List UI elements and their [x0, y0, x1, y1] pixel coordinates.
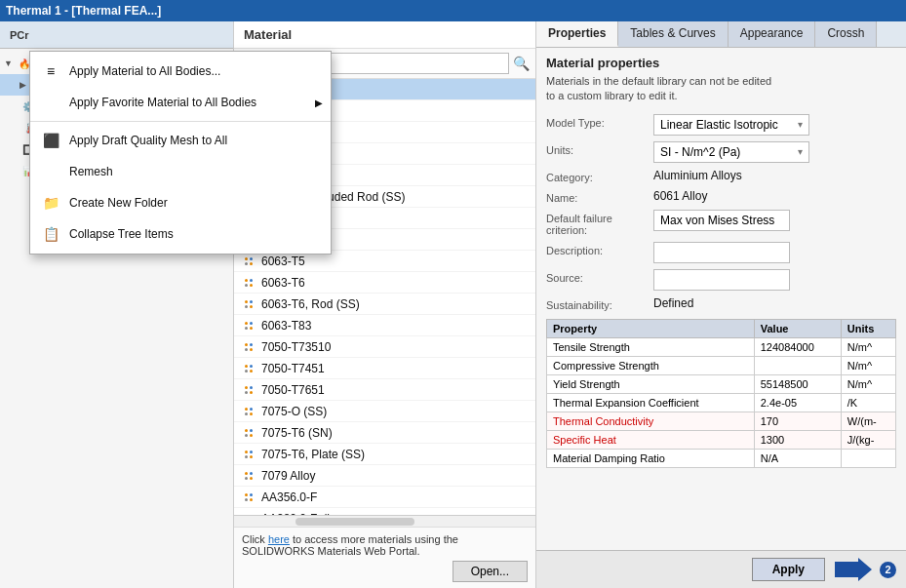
menu-apply-draft[interactable]: ⬛ Apply Draft Quality Mesh to All	[30, 125, 331, 156]
mat-item-aa380[interactable]: AA380.0-F die...	[234, 508, 535, 515]
table-row-specific-heat: Specific Heat 1300 J/(kg-	[547, 430, 896, 449]
prop-thermal-exp-label: Thermal Expansion Coefficient	[547, 393, 755, 412]
mat-item-aa356[interactable]: AA356.0-F	[234, 487, 535, 508]
open-button[interactable]: Open...	[453, 561, 528, 582]
props-value-sustainability: Defined	[653, 296, 896, 310]
prop-thermal-exp-units: /K	[841, 393, 895, 412]
props-row-sustainability: Sustainability: Defined	[546, 296, 896, 311]
col-header-property: Property	[547, 319, 755, 337]
props-note: Materials in the default library can not…	[546, 74, 896, 104]
material-panel-title: Material	[234, 21, 535, 49]
mat-item-7050-t7451[interactable]: 7050-T7451	[234, 358, 535, 379]
props-value-units[interactable]: SI - N/m^2 (Pa)	[653, 141, 809, 163]
apply-material-icon: ≡	[40, 60, 61, 82]
table-row-compressive: Compressive Strength N/m^	[547, 356, 896, 374]
props-value-description[interactable]	[653, 242, 790, 263]
prop-damping-value: N/A	[754, 449, 841, 467]
submenu-arrow: ▶	[315, 98, 323, 108]
tab-crossh[interactable]: Crossh	[815, 21, 877, 47]
apply-button[interactable]: Apply	[752, 558, 825, 581]
props-label-units: Units:	[546, 141, 653, 156]
props-value-units-text: SI - N/m^2 (Pa)	[660, 145, 740, 159]
props-value-failure: Max von Mises Stress	[653, 210, 790, 231]
prop-compressive-label: Compressive Strength	[547, 356, 755, 374]
caret-thermal: ▼	[4, 59, 13, 68]
apply-bar: Apply 2	[536, 550, 906, 588]
col-header-units: Units	[841, 319, 895, 337]
mat-item-7075-o[interactable]: 7075-O (SS)	[234, 401, 535, 422]
col-header-value: Value	[754, 319, 841, 337]
prop-compressive-units: N/m^	[841, 356, 895, 374]
props-row-name: Name: 6061 Alloy	[546, 189, 896, 204]
prop-yield-value: 55148500	[754, 374, 841, 393]
prop-specific-heat-value: 1300	[754, 430, 841, 449]
prop-compressive-value	[754, 356, 841, 374]
mat-item-6063-t83[interactable]: 6063-T83	[234, 315, 535, 336]
props-value-source[interactable]	[653, 269, 790, 291]
props-row-category: Category: Aluminium Alloys	[546, 169, 896, 183]
prop-damping-units	[841, 449, 895, 467]
menu-remesh[interactable]: Remesh	[30, 156, 331, 187]
mat-dot-icon-7079	[240, 467, 257, 485]
footer-buttons: Open...	[242, 561, 528, 582]
context-menu: ≡ Apply Material to All Bodies... Apply …	[29, 51, 332, 255]
menu-collapse-label: Collapse Tree Items	[69, 227, 174, 241]
props-row-description: Description:	[546, 242, 896, 263]
mat-label-7079-alloy: 7079 Alloy	[261, 469, 315, 483]
props-row-units: Units: SI - N/m^2 (Pa)	[546, 141, 896, 163]
props-value-model-type-text: Linear Elastic Isotropic	[660, 118, 778, 132]
table-row-damping: Material Damping Ratio N/A	[547, 449, 896, 467]
mat-dot-icon-7050t73510	[240, 338, 257, 356]
props-value-model-type[interactable]: Linear Elastic Isotropic	[653, 114, 809, 136]
props-row-source: Source:	[546, 269, 896, 291]
mat-item-6063-t6[interactable]: 6063-T6	[234, 272, 535, 294]
sidebar-header: PCr	[0, 21, 233, 49]
caret-pc: ▶	[20, 80, 26, 90]
footer-link[interactable]: here	[268, 533, 290, 545]
props-label-model-type: Model Type:	[546, 114, 653, 129]
blue-arrow-icon	[833, 557, 872, 582]
mat-item-7050-t7651[interactable]: 7050-T7651	[234, 379, 535, 401]
mat-item-7075-t6-plate[interactable]: 7075-T6, Plate (SS)	[234, 444, 535, 465]
mat-item-7079-alloy[interactable]: 7079 Alloy	[234, 465, 535, 487]
menu-collapse[interactable]: 📋 Collapse Tree Items	[30, 218, 331, 250]
mat-label-6063-t83: 6063-T83	[261, 319, 311, 333]
menu-apply-material-label: Apply Material to All Bodies...	[69, 64, 220, 78]
props-value-category: Aluminium Alloys	[653, 169, 896, 182]
sidebar: PCr ▼ 🔥 Thermal 1 1 ▶ 🖥️ PCr ⚙️ Co	[0, 21, 234, 588]
props-label-category: Category:	[546, 169, 653, 183]
menu-create-folder[interactable]: 📁 Create New Folder	[30, 187, 331, 218]
menu-apply-fav-label: Apply Favorite Material to All Bodies	[69, 96, 256, 109]
menu-apply-draft-label: Apply Draft Quality Mesh to All	[69, 134, 227, 147]
mat-label-aa356: AA356.0-F	[261, 490, 317, 504]
prop-tensile-units: N/m^	[841, 337, 895, 356]
tab-properties[interactable]: Properties	[536, 21, 618, 47]
menu-apply-material[interactable]: ≡ Apply Material to All Bodies...	[30, 56, 331, 87]
mat-label-6063-t6-rod: 6063-T6, Rod (SS)	[261, 297, 360, 311]
tab-tables-curves[interactable]: Tables & Curves	[618, 21, 728, 47]
material-footer: Click here to access more materials usin…	[234, 527, 535, 588]
props-label-failure: Default failure criterion:	[546, 210, 653, 236]
sidebar-tab-button[interactable]: PCr	[4, 27, 35, 43]
mat-item-6063-t6-rod[interactable]: 6063-T6, Rod (SS)	[234, 294, 535, 315]
apply-fav-icon	[40, 92, 61, 113]
mat-label-7050-t7651: 7050-T7651	[261, 383, 325, 397]
mat-dot-icon-7050t7451	[240, 360, 257, 377]
title-text: Thermal 1 - [Thermal FEA...]	[6, 4, 161, 18]
mat-dot-icon-aa356	[240, 489, 257, 506]
menu-apply-fav[interactable]: Apply Favorite Material to All Bodies ▶	[30, 87, 331, 118]
menu-sep-1	[30, 121, 331, 122]
mat-item-7050-t73510[interactable]: 7050-T73510	[234, 336, 535, 358]
mat-label-7050-t7451: 7050-T7451	[261, 362, 325, 375]
mat-label-7050-t73510: 7050-T73510	[261, 340, 331, 354]
mat-dot-icon-7050t7651	[240, 381, 257, 399]
h-scrollbar[interactable]	[234, 515, 535, 527]
properties-table: Property Value Units Tensile Strength 12…	[546, 319, 896, 468]
props-value-failure-text: Max von Mises Stress	[660, 214, 774, 227]
mat-dot-icon-7075t6sn	[240, 424, 257, 442]
mat-item-7075-t6-sn[interactable]: 7075-T6 (SN)	[234, 422, 535, 444]
props-section-title: Material properties	[546, 56, 896, 70]
folder-icon: 📁	[40, 192, 61, 214]
tab-appearance[interactable]: Appearance	[729, 21, 816, 47]
menu-create-folder-label: Create New Folder	[69, 196, 168, 210]
